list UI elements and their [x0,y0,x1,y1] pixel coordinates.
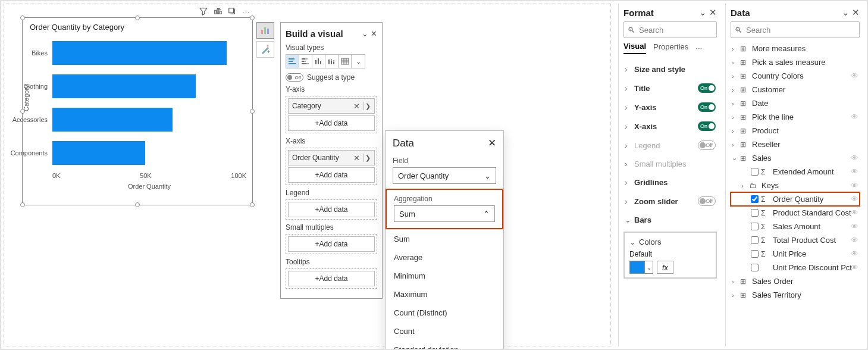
field-extended-amount[interactable]: ΣExtended Amount👁 [731,165,860,179]
stacked-bar-type[interactable] [299,55,312,68]
column-chart-type[interactable] [312,55,325,68]
format-item-size-style[interactable]: ›Size and style [623,60,717,79]
aggregation-option[interactable]: Count (Distinct) [386,304,503,322]
format-visual-tab-button[interactable]: + [256,41,274,58]
table-sales[interactable]: ⌄⊞Sales👁 [731,151,860,165]
table-sales-territory[interactable]: ›⊞Sales Territory [731,288,860,302]
tooltips-well[interactable]: +Add data [286,268,377,289]
field-checkbox[interactable] [751,236,759,244]
field-product-standard-cost[interactable]: ΣProduct Standard Cost👁 [731,206,860,220]
more-options-icon[interactable]: ··· [242,7,251,16]
focus-icon[interactable] [213,7,223,16]
add-data-button[interactable]: +Add data [288,236,375,252]
more-types-dropdown[interactable]: ⌄ [352,55,365,68]
field-pill-order-quantity[interactable]: Order Quantity✕❯ [288,150,375,165]
tab-properties[interactable]: Properties [653,42,688,54]
suggest-type-toggle[interactable]: Off [286,73,303,82]
aggregation-option[interactable]: Count [386,322,503,340]
table-date[interactable]: ›⊞Date [731,96,860,110]
field-menu-icon[interactable]: ❯ [365,102,371,110]
more-options-icon[interactable]: ··· [695,43,702,52]
bar[interactable] [52,74,196,98]
table-more-measures[interactable]: ›⊞More measures [731,42,860,55]
aggregation-option[interactable]: Maximum [386,285,503,304]
close-icon[interactable]: ✕ [709,7,717,18]
tab-visual[interactable]: Visual [623,42,646,54]
bar[interactable] [52,141,145,165]
table-type[interactable] [339,55,352,68]
data-search-input[interactable]: 🔍︎Search [731,21,860,38]
field-checkbox[interactable] [751,209,759,217]
field-sales-amount[interactable]: ΣSales Amount👁 [731,220,860,233]
remove-field-icon[interactable]: ✕ [351,102,362,111]
fx-button[interactable]: fx [657,261,673,274]
chevron-down-icon[interactable]: ⌄ [699,7,707,18]
bar[interactable] [52,41,227,65]
table-sales-order[interactable]: ›⊞Sales Order [731,274,860,288]
table-product[interactable]: ›⊞Product [731,124,860,138]
format-item-bars[interactable]: ⌄Bars [623,211,717,229]
field-pill-category[interactable]: Category✕❯ [288,98,375,114]
field-checkbox[interactable] [751,223,759,230]
add-data-button[interactable]: +Add data [288,167,375,183]
field-checkbox[interactable] [751,264,759,271]
color-swatch[interactable]: ⌄ [629,261,653,274]
format-item-y-axis[interactable]: ›Y-axisOn [623,98,717,117]
report-canvas[interactable]: ··· Order Quantity by Category Category … [4,4,611,346]
add-data-button[interactable]: +Add data [288,115,375,131]
aggregation-option[interactable]: Sum [386,230,503,248]
toggle-on[interactable]: On [698,121,716,131]
table-pick-sales-measure[interactable]: ›⊞Pick a sales measure [731,55,860,69]
format-search-input[interactable]: 🔍︎Search [623,21,717,38]
resize-handle[interactable] [135,15,140,20]
toggle-on[interactable]: On [698,102,716,112]
field-select[interactable]: Order Quantity⌄ [393,167,496,184]
format-item-gridlines[interactable]: ›Gridlines [623,173,717,192]
chart-visual[interactable]: Order Quantity by Category Category Bike… [22,17,253,205]
bar-chart-type[interactable] [286,55,299,68]
field-checkbox[interactable] [751,168,759,176]
table-pick-the-line[interactable]: ›⊞Pick the line👁 [731,110,860,124]
resize-handle[interactable] [250,15,255,20]
field-checkbox[interactable] [751,195,759,203]
field-menu-icon[interactable]: ❯ [365,154,371,162]
small-multiples-well[interactable]: +Add data [286,234,377,254]
resize-handle[interactable] [20,202,25,207]
stacked-column-type[interactable] [325,55,339,68]
field-checkbox[interactable] [751,250,759,258]
export-icon[interactable] [227,7,237,16]
field-total-product-cost[interactable]: ΣTotal Product Cost👁 [731,233,860,247]
add-data-button[interactable]: +Add data [288,271,375,286]
close-icon[interactable]: ✕ [852,7,860,18]
bar[interactable] [52,108,173,132]
field-unit-price-discount[interactable]: ΣUnit Price Discount Pct👁 [731,261,860,274]
toggle-off[interactable]: Off [698,196,716,206]
close-icon[interactable]: ✕ [371,29,377,38]
chevron-down-icon[interactable]: ⌄ [842,7,850,18]
table-customer[interactable]: ›⊞Customer [731,83,860,96]
aggregation-option[interactable]: Average [386,248,503,267]
chevron-down-icon[interactable]: ⌄ [362,29,368,38]
resize-handle[interactable] [250,202,255,207]
aggregation-option[interactable]: Minimum [386,267,503,285]
toggle-on[interactable]: On [698,83,716,93]
table-country-colors[interactable]: ›⊞Country Colors👁 [731,69,860,83]
aggregation-select[interactable]: Sum⌃ [394,205,495,222]
format-item-zoom-slider[interactable]: ›Zoom sliderOff [623,192,717,211]
resize-handle[interactable] [135,202,140,207]
field-order-quantity[interactable]: ΣOrder Quantity👁 [731,192,860,206]
format-item-x-axis[interactable]: ›X-axisOn [623,117,717,136]
folder-keys[interactable]: ›🗀Keys👁 [731,179,860,192]
x-axis-well[interactable]: Order Quantity✕❯ +Add data [286,148,377,185]
y-axis-well[interactable]: Category✕❯ +Add data [286,96,377,133]
legend-well[interactable]: +Add data [286,199,377,220]
add-data-button[interactable]: +Add data [288,202,375,217]
remove-field-icon[interactable]: ✕ [351,154,362,162]
resize-handle[interactable] [20,15,25,20]
format-item-title[interactable]: ›TitleOn [623,79,717,98]
field-unit-price[interactable]: ΣUnit Price👁 [731,247,860,261]
build-visual-tab-button[interactable] [256,22,274,39]
close-icon[interactable]: ✕ [488,137,496,149]
table-reseller[interactable]: ›⊞Reseller [731,138,860,151]
aggregation-option[interactable]: Standard deviation [386,340,503,350]
